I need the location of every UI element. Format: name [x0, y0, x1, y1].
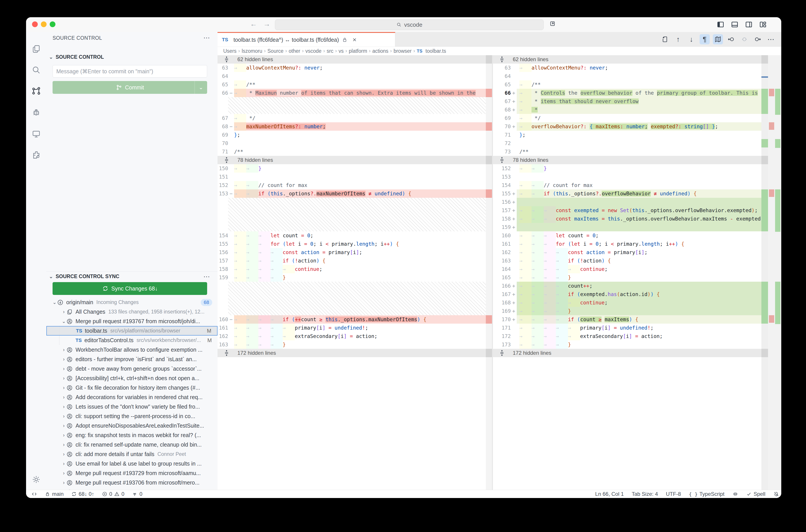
layout-customize-icon[interactable]: [759, 20, 767, 29]
layout-panel-icon[interactable]: [730, 20, 739, 29]
minimize-window-button[interactable]: [41, 21, 46, 27]
chevron-right-icon[interactable]: ›: [61, 480, 66, 486]
sync-changes-button[interactable]: Sync Changes 68↓: [53, 282, 207, 295]
code-line[interactable]: 169+→→→→}: [493, 307, 762, 315]
language-mode-item[interactable]: { } TypeScript: [689, 491, 724, 497]
code-line[interactable]: 168+→→→→→continue;: [493, 299, 762, 307]
breadcrumb-item[interactable]: src: [326, 48, 334, 54]
code-line[interactable]: 152→→}: [493, 164, 762, 173]
diff-modified-pane[interactable]: 62 hidden lines63→allowContextMenu?: nev…: [493, 55, 781, 490]
code-line[interactable]: 73/**: [493, 148, 762, 156]
code-line[interactable]: 154→→→let count = 0;: [218, 231, 486, 240]
code-line[interactable]: 166+→→→→count++;: [493, 282, 762, 290]
code-line[interactable]: 156→→→→const action = primary[i];: [218, 248, 486, 256]
breadcrumb-item[interactable]: browser: [394, 48, 412, 54]
code-line[interactable]: 64: [493, 72, 762, 80]
modified-scrollbar[interactable]: [762, 55, 768, 490]
close-window-button[interactable]: [32, 21, 38, 27]
code-line[interactable]: 155+→→if (this._options?.overflowBehavio…: [493, 189, 762, 198]
extensions-icon[interactable]: [31, 150, 41, 160]
chevron-right-icon[interactable]: ›: [61, 385, 66, 391]
chevron-right-icon[interactable]: ›: [61, 366, 66, 372]
code-line[interactable]: 171→→→→→primary[i] = undefined!;: [493, 324, 762, 332]
code-line[interactable]: 159+: [493, 223, 762, 231]
tree-item-row[interactable]: ›Use email for label & use label to grou…: [46, 459, 218, 469]
layout-sidebar-left-icon[interactable]: [716, 20, 725, 29]
unfold-icon[interactable]: [223, 157, 230, 163]
diff-overview-ruler[interactable]: [768, 55, 781, 490]
navigate-forward-button[interactable]: →: [262, 20, 271, 28]
chevron-down-icon[interactable]: ⌄: [61, 319, 66, 324]
code-line[interactable]: 68−→maxNumberOfItems?: number;: [218, 122, 486, 131]
chevron-right-icon[interactable]: ›: [61, 442, 66, 448]
code-line[interactable]: 162→→→→const action = primary[i];: [493, 248, 762, 256]
hidden-lines-band[interactable]: 172 hidden lines: [493, 349, 762, 357]
commit-message-input[interactable]: [53, 65, 207, 77]
chevron-right-icon[interactable]: ›: [61, 376, 66, 381]
open-external-icon[interactable]: [548, 20, 557, 29]
code-line[interactable]: 69→ */: [493, 114, 762, 122]
tree-item-row[interactable]: ›All Changes133 files changed, 1958 inse…: [46, 307, 218, 317]
code-line[interactable]: 68+→ *: [493, 106, 762, 114]
search-view-icon[interactable]: [31, 65, 41, 75]
breadcrumb-item[interactable]: Source: [267, 48, 283, 54]
chevron-down-icon[interactable]: ⌄: [52, 300, 57, 305]
code-line[interactable]: 165→→→→}: [493, 273, 762, 282]
problems-status-item[interactable]: 0 0: [102, 491, 125, 497]
tree-item-row[interactable]: ›cli: fix renamed self-update name, clea…: [46, 440, 218, 450]
breadcrumb-item[interactable]: other: [288, 48, 300, 54]
chevron-right-icon[interactable]: ›: [61, 414, 66, 419]
hidden-lines-band[interactable]: 78 hidden lines: [493, 156, 762, 164]
chevron-right-icon[interactable]: ›: [61, 461, 66, 467]
unfold-icon[interactable]: [223, 350, 230, 356]
hidden-lines-band[interactable]: 78 hidden lines: [218, 156, 486, 164]
code-line[interactable]: 172→→→→→extraSecondary[i] = action;: [493, 332, 762, 340]
revert-right-icon[interactable]: [753, 34, 763, 44]
breadcrumb[interactable]: Users›lszomoru›Source›other›vscode›src›v…: [218, 47, 781, 55]
hidden-lines-band[interactable]: 62 hidden lines: [493, 55, 762, 63]
revert-left-icon[interactable]: [726, 34, 736, 44]
code-line[interactable]: 70: [218, 139, 486, 148]
code-line[interactable]: 71/**: [218, 148, 486, 156]
branch-status-item[interactable]: main: [44, 491, 63, 497]
layout-sidebar-right-icon[interactable]: [745, 20, 753, 29]
tree-file-row[interactable]: TSeditorTabsControl.tssrc/vs/workbench/b…: [46, 336, 218, 345]
previous-change-icon[interactable]: ↑: [673, 34, 683, 44]
chevron-right-icon[interactable]: ›: [61, 470, 66, 476]
sync-more-actions-icon[interactable]: ⋯: [203, 273, 210, 280]
section-source-control-sync[interactable]: ⌄ SOURCE CONTROL SYNC ⋯: [46, 271, 218, 281]
chevron-right-icon[interactable]: ›: [61, 433, 66, 438]
tree-item-row[interactable]: ›editors - further improve `isFirst` and…: [46, 355, 218, 364]
code-line[interactable]: 164→→→→→continue;: [493, 265, 762, 273]
chevron-right-icon[interactable]: ›: [61, 395, 66, 400]
breadcrumb-item[interactable]: actions: [372, 48, 389, 54]
code-line[interactable]: 153−→→if (this._options?.maxNumberOfItem…: [218, 189, 486, 198]
tree-item-row[interactable]: ›cli: add more details if untar failsCon…: [46, 450, 218, 459]
code-line[interactable]: 158+→→→const maxItems = this._options.ov…: [493, 214, 762, 223]
code-line[interactable]: 159→→→→}: [218, 273, 486, 282]
code-line[interactable]: 63→allowContextMenu?: never;: [218, 63, 486, 72]
code-line[interactable]: 156+: [493, 198, 762, 206]
tree-item-row[interactable]: ›debt - move away from generic groups `a…: [46, 364, 218, 374]
whitespace-toggle-icon[interactable]: ¶: [699, 34, 710, 44]
code-line[interactable]: 64: [218, 72, 486, 80]
tree-item-row[interactable]: ›Merge pull request #193729 from microso…: [46, 469, 218, 478]
breadcrumb-item[interactable]: vscode: [305, 48, 321, 54]
encoding-item[interactable]: UTF-8: [666, 491, 681, 497]
code-line[interactable]: 65→/**: [493, 80, 762, 89]
unfold-icon[interactable]: [499, 157, 505, 163]
notifications-status-item[interactable]: [773, 491, 779, 497]
original-scrollbar[interactable]: [486, 55, 492, 490]
map-icon[interactable]: [713, 34, 723, 44]
hidden-lines-band[interactable]: 62 hidden lines: [218, 55, 486, 63]
remote-explorer-icon[interactable]: [31, 129, 41, 139]
code-line[interactable]: 151: [218, 173, 486, 181]
unfold-icon[interactable]: [499, 56, 505, 63]
remote-indicator[interactable]: [31, 491, 37, 497]
broadcast-status-item[interactable]: 0: [132, 491, 142, 497]
code-line[interactable]: 71};: [493, 131, 762, 139]
tree-item-row[interactable]: ⌄Merge pull request #193767 from microso…: [46, 317, 218, 326]
circle-icon[interactable]: [739, 34, 749, 44]
tree-item-row[interactable]: ›Git - fix file decoration for history i…: [46, 383, 218, 393]
code-line[interactable]: 160−→→→→if (++count ≥ this._options.maxN…: [218, 315, 486, 324]
